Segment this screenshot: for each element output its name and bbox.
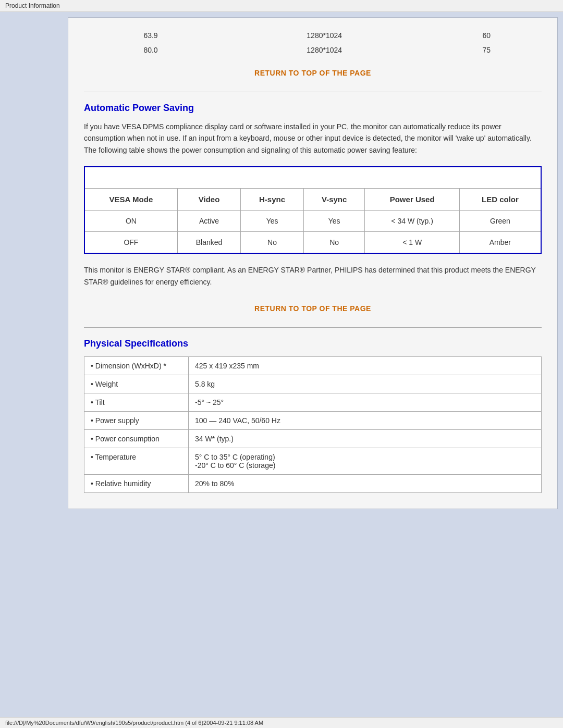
left-spacer: [5, 17, 68, 509]
top-bar-label: Product Information: [5, 2, 60, 9]
specs-table-row: • Power consumption34 W* (typ.): [84, 429, 542, 448]
status-bar: file:///D|/My%20Documents/dfu/W9/english…: [0, 717, 563, 728]
specs-table-row: • Power supply100 — 240 VAC, 50/60 Hz: [84, 411, 542, 429]
specs-value: 34 W* (typ.): [189, 429, 542, 448]
specs-label: • Weight: [84, 375, 189, 393]
specs-table-row: • Relative humidity20% to 80%: [84, 474, 542, 492]
specs-label: • Relative humidity: [84, 474, 189, 492]
specs-label: • Temperature: [84, 448, 189, 474]
energy-star-text: This monitor is ENERGY STAR® compliant. …: [84, 264, 542, 288]
return-link-2[interactable]: RETURN TO TOP OF THE PAGE: [84, 298, 542, 319]
physical-specifications-section: Physical Specifications • Dimension (WxH…: [84, 338, 542, 493]
specs-table: • Dimension (WxHxD) *425 x 419 x235 mm• …: [84, 356, 542, 493]
resolution-row: 63.91280*102460: [84, 28, 542, 43]
specs-label: • Power consumption: [84, 429, 189, 448]
specs-value: -5° ~ 25°: [189, 393, 542, 411]
specs-value: 100 — 240 VAC, 50/60 Hz: [189, 411, 542, 429]
physical-specifications-title: Physical Specifications: [84, 338, 542, 349]
specs-value: 5.8 kg: [189, 375, 542, 393]
power-table-row: ONActiveYesYes< 34 W (typ.)Green: [84, 211, 541, 232]
resolution-row: 80.01280*102475: [84, 43, 542, 57]
automatic-power-saving-title: Automatic Power Saving: [84, 103, 542, 114]
divider-2: [84, 327, 542, 328]
specs-table-row: • Dimension (WxHxD) *425 x 419 x235 mm: [84, 356, 542, 375]
automatic-power-saving-section: Automatic Power Saving If you have VESA …: [84, 103, 542, 288]
specs-table-row: • Weight5.8 kg: [84, 375, 542, 393]
resolution-table: 63.91280*10246080.01280*102475: [84, 28, 542, 57]
specs-label: • Power supply: [84, 411, 189, 429]
specs-table-row: • Tilt-5° ~ 25°: [84, 393, 542, 411]
power-management-table-header: Power Management Definition: [84, 167, 541, 189]
specs-label: • Tilt: [84, 393, 189, 411]
specs-value: 425 x 419 x235 mm: [189, 356, 542, 375]
specs-value: 5° C to 35° C (operating) -20° C to 60° …: [189, 448, 542, 474]
status-bar-text: file:///D|/My%20Documents/dfu/W9/english…: [5, 720, 263, 726]
content-area: 63.91280*10246080.01280*102475 RETURN TO…: [68, 17, 558, 509]
top-bar: Product Information: [0, 0, 563, 12]
specs-table-row: • Temperature5° C to 35° C (operating) -…: [84, 448, 542, 474]
automatic-power-saving-description: If you have VESA DPMS compliance display…: [84, 121, 542, 156]
divider-1: [84, 92, 542, 92]
power-management-table: Power Management Definition VESA ModeVid…: [84, 166, 542, 254]
power-table-row: OFFBlankedNoNo< 1 WAmber: [84, 232, 541, 254]
specs-value: 20% to 80%: [189, 474, 542, 492]
return-link-1[interactable]: RETURN TO TOP OF THE PAGE: [84, 63, 542, 83]
specs-label: • Dimension (WxHxD) *: [84, 356, 189, 375]
